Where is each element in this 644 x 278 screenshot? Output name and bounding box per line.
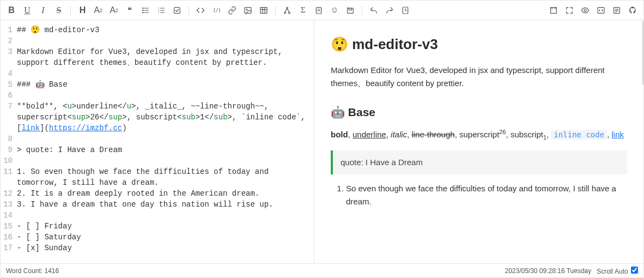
- svg-point-5: [143, 12, 143, 13]
- source-line[interactable]: [17, 35, 311, 46]
- inline-code: inline code: [551, 130, 607, 140]
- scrollbar[interactable]: [642, 20, 643, 86]
- sup-label: superscript: [459, 130, 499, 139]
- code-inline-button[interactable]: [193, 3, 208, 18]
- source-line[interactable]: - [ ] Friday: [17, 221, 311, 232]
- strike-text: line-through: [411, 130, 454, 139]
- toolbar: BUISHA2A2❝123{/}Σ☺: [1, 1, 643, 20]
- emoji-icon: 🤖: [331, 106, 345, 118]
- word-count-label: Word Count:: [6, 267, 42, 275]
- source-line[interactable]: [17, 68, 311, 79]
- line-gutter: 1234567891011121314151617: [1, 20, 17, 263]
- panes: 1234567891011121314151617 ## 😲 md-editor…: [1, 20, 643, 263]
- svg-point-3: [143, 8, 143, 8]
- underline-text: underline: [353, 130, 386, 139]
- svg-rect-14: [245, 7, 251, 13]
- save-button[interactable]: [343, 3, 358, 18]
- preview-quote: quote: I Have a Dream: [331, 150, 627, 174]
- emoji-button[interactable]: ☺: [327, 3, 342, 18]
- fullscreen-button[interactable]: [562, 3, 577, 18]
- source-editor[interactable]: 1234567891011121314151617 ## 😲 md-editor…: [1, 20, 314, 263]
- preview-button[interactable]: [578, 3, 593, 18]
- sup-button[interactable]: A2: [106, 3, 121, 18]
- katex-button[interactable]: Σ: [295, 3, 311, 18]
- preview-intro: Markdown Editor for Vue3, developed in j…: [331, 64, 627, 90]
- source-line[interactable]: > quote: I Have a Dream: [17, 144, 311, 155]
- scroll-auto[interactable]: Scroll Auto: [597, 267, 638, 275]
- image-button[interactable]: [240, 3, 256, 18]
- footer-timestamp: 2023/05/30 09:28:16 Tuesday: [505, 267, 591, 275]
- svg-rect-12: [174, 7, 180, 13]
- source-line[interactable]: - [x] Sunday: [17, 243, 311, 253]
- italic-text: italic: [391, 130, 407, 139]
- source-line[interactable]: 1. So even though we face the difficulti…: [17, 166, 311, 188]
- revoke-clipboard-button[interactable]: [311, 3, 326, 18]
- svg-text:{/}: {/}: [213, 8, 221, 13]
- preview-link[interactable]: link: [612, 130, 624, 139]
- source-line[interactable]: 2. It is a dream deeply rooted in the Am…: [17, 188, 311, 199]
- code-block-button[interactable]: {/}: [209, 3, 224, 18]
- source-line[interactable]: 3. I have a dream that one day this nati…: [17, 199, 311, 210]
- svg-rect-34: [598, 7, 604, 13]
- svg-point-15: [246, 9, 247, 10]
- preview-formatting: bold, underline, italic, line-through, s…: [331, 128, 627, 143]
- svg-text:3: 3: [158, 11, 160, 14]
- svg-point-4: [143, 10, 143, 10]
- bold-text: bold: [331, 130, 348, 139]
- strike-button[interactable]: S: [51, 3, 66, 18]
- source-text[interactable]: ## 😲 md-editor-v3 Markdown Editor for Vu…: [17, 20, 314, 263]
- italic-button[interactable]: I: [35, 3, 51, 18]
- sub-button[interactable]: A2: [90, 3, 106, 18]
- toolbar-separator: [189, 5, 189, 15]
- ol-button[interactable]: 123: [154, 3, 169, 18]
- toolbar-left: BUISHA2A2❝123{/}Σ☺: [4, 3, 413, 18]
- source-line[interactable]: **bold**, <u>underline</u>, _italic_, ~~…: [17, 101, 311, 134]
- sub-label: subscript: [511, 130, 543, 139]
- editor-root: BUISHA2A2❝123{/}Σ☺ 123456789101112131415…: [0, 0, 644, 278]
- preview-h3: 🤖 Base: [331, 103, 627, 122]
- toolbar-right: [546, 3, 640, 18]
- bold-button[interactable]: B: [4, 3, 19, 18]
- ul-button[interactable]: [138, 3, 153, 18]
- preview-pane: 😲 md-editor-v3 Markdown Editor for Vue3,…: [314, 20, 643, 263]
- source-line[interactable]: [17, 155, 311, 166]
- quote-button[interactable]: ❝: [122, 3, 137, 18]
- redo-button[interactable]: [382, 3, 397, 18]
- svg-line-24: [287, 8, 289, 12]
- table-button[interactable]: [256, 3, 271, 18]
- github-button[interactable]: [625, 3, 640, 18]
- source-line[interactable]: [17, 134, 311, 144]
- list-item: So even though we face the difficulties …: [346, 182, 627, 208]
- preview-ol: So even though we face the difficulties …: [331, 182, 627, 208]
- mermaid-button[interactable]: [280, 3, 295, 18]
- toolbar-separator: [275, 5, 276, 15]
- source-line[interactable]: Markdown Editor for Vue3, developed in j…: [17, 46, 311, 68]
- emoji-icon: 😲: [331, 36, 348, 52]
- svg-rect-28: [348, 8, 354, 13]
- source-line[interactable]: [17, 90, 311, 101]
- undo-button[interactable]: [366, 3, 381, 18]
- scroll-auto-checkbox[interactable]: [631, 267, 638, 274]
- prettier-button[interactable]: [398, 3, 413, 18]
- title-button[interactable]: H: [75, 3, 90, 18]
- source-line[interactable]: - [ ] Saturday: [17, 232, 311, 243]
- svg-line-23: [285, 8, 287, 12]
- catalog-button[interactable]: [609, 3, 624, 18]
- source-line[interactable]: ## 😲 md-editor-v3: [17, 25, 311, 35]
- svg-rect-29: [349, 8, 351, 10]
- svg-rect-32: [551, 7, 557, 13]
- underline-button[interactable]: U: [20, 3, 35, 18]
- source-line[interactable]: [17, 210, 311, 221]
- preview-h2: 😲 md-editor-v3: [331, 33, 627, 56]
- link-button[interactable]: [224, 3, 240, 18]
- svg-rect-16: [260, 7, 267, 13]
- footer: Word Count: 1416 2023/05/30 09:28:16 Tue…: [1, 263, 643, 277]
- task-button[interactable]: [169, 3, 185, 18]
- page-fullscreen-button[interactable]: [546, 3, 561, 18]
- word-count-value: 1416: [45, 267, 59, 275]
- toolbar-separator: [362, 5, 362, 15]
- html-preview-button[interactable]: [593, 3, 609, 18]
- source-line[interactable]: ### 🤖 Base: [17, 79, 311, 90]
- sup-val: 26: [499, 129, 506, 135]
- svg-point-33: [584, 9, 586, 11]
